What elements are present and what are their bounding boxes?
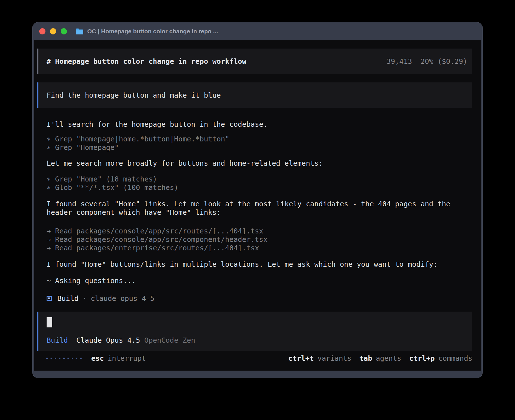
prompt-input[interactable]: Build Claude Opus 4.5 OpenCode Zen — [37, 312, 472, 351]
traffic-lights — [39, 28, 67, 34]
window-title: OC | Homepage button color change in rep… — [87, 28, 218, 35]
hint-variants: ctrl+t variants — [288, 354, 352, 362]
tool-call-glob: ∗ Glob "**/*.tsx" (100 matches) — [47, 183, 472, 192]
assistant-text: Let me search more broadly for buttons a… — [47, 159, 472, 168]
session-header: # Homepage button color change in repo w… — [37, 49, 472, 74]
assistant-status-text: ~ Asking questions... — [47, 277, 472, 285]
tool-call-grep: ∗ Grep "Home" (18 matches) — [47, 175, 472, 183]
key-esc: esc — [91, 354, 104, 362]
tool-call-grep: ∗ Grep "Homepage" — [47, 143, 472, 152]
context-usage: 20% ($0.29) — [420, 57, 467, 65]
zoom-button[interactable] — [61, 28, 67, 34]
terminal-content: # Homepage button color change in repo w… — [34, 40, 481, 371]
label-variants: variants — [317, 354, 351, 362]
close-button[interactable] — [39, 28, 45, 34]
session-title: # Homepage button color change in repo w… — [47, 57, 246, 65]
text-cursor — [47, 317, 52, 327]
title-group: OC | Homepage button color change in rep… — [75, 28, 218, 35]
key-tab: tab — [359, 354, 372, 362]
agent-name: Build — [57, 294, 78, 303]
model-row: Build Claude Opus 4.5 OpenCode Zen — [47, 336, 472, 345]
user-message: Find the homepage button and make it blu… — [37, 82, 472, 108]
status-bar-left: esc interrupt — [46, 354, 146, 362]
agent-icon — [47, 296, 52, 301]
key-ctrl-t: ctrl+t — [288, 354, 314, 362]
dot-separator: · — [82, 294, 87, 303]
provider-name: OpenCode Zen — [144, 336, 195, 345]
tool-call-read: → Read packages/console/app/src/componen… — [47, 235, 472, 244]
user-message-text: Find the homepage button and make it blu… — [47, 91, 221, 99]
agent-badge: Build — [47, 336, 68, 345]
tool-call-read: → Read packages/enterprise/src/routes/[.… — [47, 244, 472, 252]
key-ctrl-p: ctrl+p — [409, 354, 435, 362]
status-bar-right: ctrl+t variants tab agents ctrl+p comman… — [280, 354, 472, 362]
assistant-text: I'll search for the homepage button in t… — [47, 120, 472, 129]
hint-interrupt: esc interrupt — [91, 354, 146, 362]
session-stats: 39,413 20% ($0.29) — [387, 57, 467, 65]
tool-call-read: → Read packages/console/app/src/routes/[… — [47, 227, 472, 235]
assistant-text: I found "Home" buttons/links in multiple… — [47, 260, 472, 269]
spinner-dots — [46, 358, 82, 359]
terminal-window: OC | Homepage button color change in rep… — [32, 22, 483, 378]
label-agents: agents — [376, 354, 401, 362]
hint-agents: tab agents — [359, 354, 401, 362]
desktop-background: OC | Homepage button color change in rep… — [0, 0, 515, 420]
tool-call-grep: ∗ Grep "homepage|home.*button|Home.*butt… — [47, 135, 472, 143]
minimize-button[interactable] — [50, 28, 56, 34]
hint-commands: ctrl+p commands — [409, 354, 472, 362]
label-interrupt: interrupt — [108, 354, 146, 362]
token-count: 39,413 — [387, 57, 412, 65]
assistant-text: I found several "Home" links. Let me loo… — [47, 200, 472, 217]
folder-icon — [75, 28, 84, 35]
model-id: claude-opus-4-5 — [91, 294, 154, 303]
agent-status: Build · claude-opus-4-5 — [47, 294, 472, 303]
window-bottom-chrome — [32, 371, 483, 378]
label-commands: commands — [438, 354, 472, 362]
status-bar: esc interrupt ctrl+t variants tab agents… — [37, 354, 472, 362]
window-titlebar[interactable]: OC | Homepage button color change in rep… — [32, 22, 483, 40]
model-name: Claude Opus 4.5 — [76, 336, 140, 345]
